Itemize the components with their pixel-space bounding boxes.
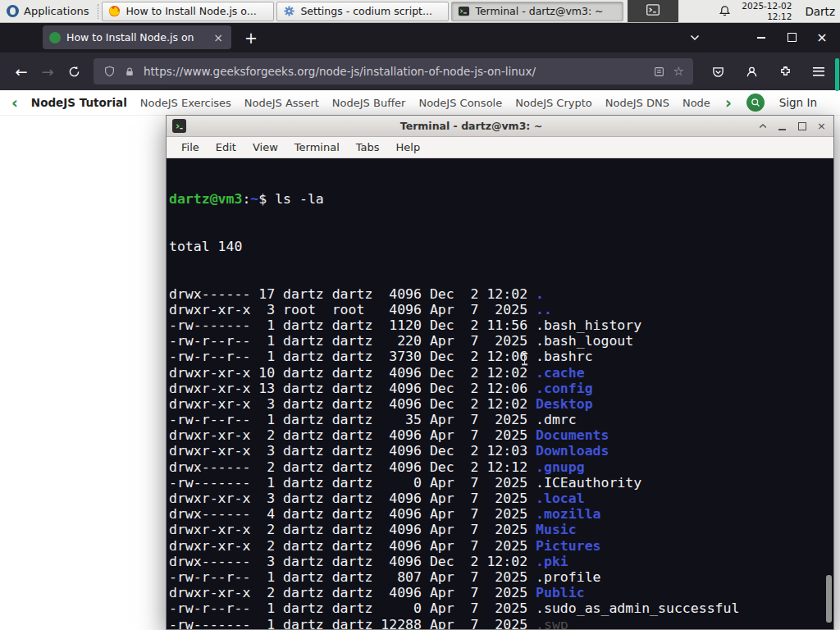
reader-view-icon[interactable] [653, 65, 666, 78]
sign-in-button[interactable]: Sign In [779, 96, 817, 109]
menu-edit[interactable]: Edit [208, 139, 244, 155]
listing-directory-name: Music [536, 522, 577, 537]
terminal-title: Terminal - dartz@vm3: ~ [186, 120, 756, 132]
window-controls: × [685, 28, 840, 48]
geeksforgeeks-favicon [49, 32, 61, 43]
forward-button[interactable]: → [34, 58, 61, 84]
menu-hamburger-icon[interactable] [806, 58, 832, 84]
toolbar-right-icons [705, 58, 832, 84]
listing-file-name: .bash_logout [536, 333, 633, 349]
listing-file-name: .bashrc [536, 349, 593, 364]
listing-directory-name: Downloads [536, 443, 609, 459]
terminal-minimize-button[interactable] [776, 120, 788, 132]
terminal-output-line: drwxr-xr-x 2 dartz dartz 4096 Apr 7 2025… [169, 522, 833, 537]
applications-icon [7, 5, 19, 17]
terminal-output-line: drwxr-xr-x 3 dartz dartz 4096 Dec 2 12:0… [169, 396, 833, 412]
taskbar-button-settings[interactable]: Settings - codium script... [276, 2, 449, 21]
terminal-close-button[interactable]: × [815, 120, 828, 132]
listing-directory-name: .config [536, 381, 593, 396]
new-tab-button[interactable]: + [240, 29, 262, 47]
menu-view[interactable]: View [245, 139, 285, 155]
tab-close-icon[interactable]: × [212, 31, 225, 44]
command-text: ls -la [275, 191, 324, 207]
account-icon[interactable] [738, 58, 765, 84]
settings-icon [282, 5, 295, 18]
listing-directory-name: .pki [536, 554, 568, 569]
menu-tabs[interactable]: Tabs [349, 139, 387, 155]
listing-file-name: .sudo_as_admin_successful [536, 600, 739, 616]
site-nav-item[interactable]: Node [682, 97, 710, 109]
terminal-tray-icon[interactable] [646, 2, 660, 20]
reload-button[interactable] [61, 58, 87, 84]
page-scrollbar-thumb[interactable] [835, 58, 839, 91]
shade-button[interactable] [756, 120, 769, 132]
minimize-icon [778, 129, 786, 130]
lock-icon[interactable] [123, 65, 136, 78]
terminal-output: drwx------ 17 dartz dartz 4096 Dec 2 12:… [169, 286, 833, 629]
site-nav-forward-chevron[interactable]: › [725, 95, 732, 111]
terminal-output-line: drwx------ 2 dartz dartz 4096 Dec 2 12:1… [169, 459, 833, 475]
pocket-icon[interactable] [705, 58, 731, 84]
extensions-puzzle-icon[interactable] [772, 58, 798, 84]
site-nav-item[interactable]: NodeJS Assert [244, 97, 319, 109]
terminal-scrollbar-thumb[interactable] [826, 575, 832, 623]
terminal-output-line: -rw------- 1 dartz dartz 1120 Dec 2 11:5… [169, 317, 833, 333]
site-nav-item-tutorial[interactable]: NodeJS Tutorial [31, 96, 127, 109]
clock[interactable]: 2025-12-02 12:12 [742, 1, 792, 21]
applications-menu-button[interactable]: Applications [0, 0, 95, 22]
terminal-maximize-button[interactable] [796, 120, 808, 132]
listing-directory-name: Documents [536, 427, 609, 443]
taskbar-button-terminal[interactable]: Terminal - dartz@vm3: ~ [451, 2, 623, 21]
browser-tab[interactable]: How to Install Node.js on × [43, 25, 231, 49]
site-nav-back-chevron[interactable]: ‹ [11, 95, 18, 111]
listing-file-name: .swp [536, 617, 568, 629]
terminal-output-line: -rw------- 1 dartz dartz 0 Apr 7 2025 .I… [169, 475, 833, 491]
firefox-icon [107, 5, 121, 18]
terminal-output-line: -rw-r--r-- 1 dartz dartz 220 Apr 7 2025 … [169, 333, 833, 349]
menu-help[interactable]: Help [389, 139, 428, 155]
site-nav-item[interactable]: NodeJS Exercises [140, 97, 231, 109]
site-nav-item[interactable]: NodeJS Crypto [515, 97, 592, 109]
list-all-tabs-chevron-icon[interactable] [685, 28, 705, 48]
taskbar-button-label: How to Install Node.js o... [126, 5, 256, 17]
panel-separator [98, 4, 99, 19]
terminal-body[interactable]: dartz@vm3:~$ ls -la total 140 drwx------… [167, 158, 833, 629]
tab-bar: How to Install Node.js on × + × [0, 22, 840, 52]
terminal-titlebar[interactable]: Terminal - dartz@vm3: ~ × [167, 116, 833, 137]
menu-terminal[interactable]: Terminal [287, 139, 347, 155]
listing-directory-name: .gnupg [536, 459, 585, 475]
terminal-output-line: drwxr-xr-x 2 dartz dartz 4096 Apr 7 2025… [169, 427, 833, 443]
terminal-icon [457, 5, 470, 18]
notification-bell-icon[interactable] [717, 4, 732, 19]
site-nav-item[interactable]: NodeJS Console [418, 97, 502, 109]
terminal-window: Terminal - dartz@vm3: ~ × FileEditViewTe… [166, 115, 834, 630]
taskbar-button-label: Terminal - dartz@vm3: ~ [475, 5, 603, 17]
terminal-output-line: drwx------ 17 dartz dartz 4096 Dec 2 12:… [169, 286, 833, 302]
terminal-output-line: drwx------ 3 dartz dartz 4096 Dec 2 12:0… [169, 554, 833, 569]
site-nav-item[interactable]: NodeJS Buffer [332, 97, 406, 109]
listing-file-name: .dmrc [536, 412, 577, 427]
taskbar-button-firefox[interactable]: How to Install Node.js o... [102, 2, 274, 21]
tracking-protection-shield-icon[interactable] [103, 65, 116, 78]
bookmark-star-icon[interactable]: ☆ [673, 64, 684, 79]
site-nav-right: › Sign In [725, 94, 817, 112]
menu-file[interactable]: File [174, 139, 207, 155]
maximize-button[interactable] [782, 28, 801, 48]
site-search-button[interactable] [746, 94, 765, 112]
back-button[interactable]: ← [8, 58, 34, 84]
prompt-user-host: dartz@vm3 [169, 191, 242, 207]
close-button[interactable]: × [812, 28, 832, 48]
site-nav-item[interactable]: NodeJS DNS [605, 97, 669, 109]
minimize-button[interactable] [751, 28, 771, 48]
url-bar[interactable]: https://www.geeksforgeeks.org/node-js/in… [94, 58, 693, 84]
terminal-output-line: drwx------ 4 dartz dartz 4096 Apr 7 2025… [169, 506, 833, 522]
applications-label: Applications [24, 5, 89, 17]
terminal-output-line: -rw------- 1 dartz dartz 12288 Apr 7 202… [169, 617, 833, 629]
terminal-menubar: FileEditViewTerminalTabsHelp [167, 137, 833, 158]
url-text[interactable]: https://www.geeksforgeeks.org/node-js/in… [144, 65, 646, 78]
mouse-text-cursor [520, 352, 528, 366]
taskbar: How to Install Node.js o...Settings - co… [102, 0, 626, 22]
terminal-output-line: drwxr-xr-x 3 root root 4096 Apr 7 2025 .… [169, 302, 833, 317]
site-nav-bar: ‹ NodeJS Tutorial NodeJS ExercisesNodeJS… [0, 90, 840, 116]
tab-title: How to Install Node.js on [66, 31, 206, 43]
